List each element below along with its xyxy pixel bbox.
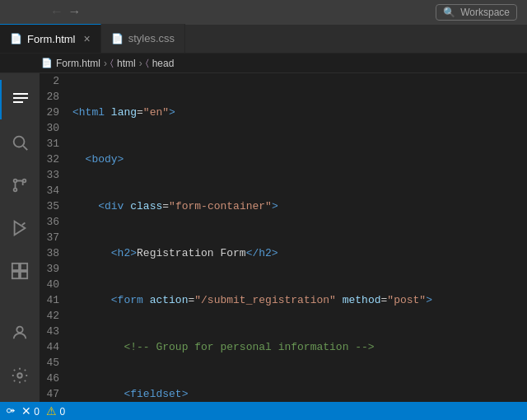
nav-buttons: ← → <box>0 3 82 21</box>
tab-styles-css[interactable]: 📄 styles.css <box>101 24 185 53</box>
warning-count: ⚠ 0 <box>46 404 65 418</box>
warning-icon: ⚠ <box>46 404 57 418</box>
tab-form-html[interactable]: 📄 Form.html × <box>0 24 101 53</box>
back-button[interactable]: ← <box>49 3 64 21</box>
status-left: ⚩ ✕ 0 ⚠ 0 <box>7 404 65 418</box>
svg-rect-1 <box>13 97 28 99</box>
svg-point-3 <box>14 137 25 147</box>
activity-account[interactable] <box>0 313 40 352</box>
activity-search[interactable] <box>0 123 40 162</box>
search-icon: 🔍 <box>443 7 455 18</box>
breadcrumb-filename: Form.html <box>56 58 100 69</box>
editor-content[interactable]: 2 28 29 30 31 32 33 34 35 36 37 38 39 40… <box>40 73 527 402</box>
activity-settings[interactable] <box>0 356 40 395</box>
svg-point-16 <box>17 373 22 378</box>
tabs-bar: 📄 Form.html × 📄 styles.css <box>0 25 527 54</box>
tab-close-button[interactable]: × <box>84 32 91 45</box>
activity-run[interactable] <box>0 208 40 248</box>
activity-explorer[interactable] <box>0 80 40 119</box>
svg-line-4 <box>23 146 27 150</box>
svg-rect-11 <box>12 264 19 270</box>
breadcrumb-html-label: html <box>117 58 136 69</box>
html-file-icon: 📄 <box>10 33 22 44</box>
breadcrumb-sep-2: › <box>139 58 142 69</box>
title-bar: ← → 🔍 Workspace <box>0 0 527 25</box>
forward-button[interactable]: → <box>68 3 82 21</box>
breadcrumb: 📄 Form.html › 〈 html › 〈 head <box>0 54 527 73</box>
main-layout: 2 28 29 30 31 32 33 34 35 36 37 38 39 40… <box>0 73 527 402</box>
svg-point-15 <box>16 327 22 333</box>
css-file-icon: 📄 <box>111 33 124 44</box>
breadcrumb-head-label: head <box>152 58 175 69</box>
svg-rect-2 <box>13 101 23 103</box>
activity-bar <box>0 73 40 402</box>
code-line-31: <form action="/submit_registration" meth… <box>72 292 511 308</box>
code-line-28: <body> <box>72 152 511 167</box>
code-line-29: <div class="form-container"> <box>72 198 511 214</box>
error-count: ✕ 0 <box>21 404 40 418</box>
error-icon: ✕ <box>21 404 31 418</box>
svg-point-7 <box>14 189 17 192</box>
breadcrumb-file[interactable]: 📄 Form.html <box>41 58 100 69</box>
breadcrumb-file-icon: 📄 <box>41 58 53 68</box>
line-numbers: 2 28 29 30 31 32 33 34 35 36 37 38 39 40… <box>40 73 72 402</box>
code-line-2: <html lang="en"> <box>72 105 511 120</box>
tab-styles-css-label: styles.css <box>128 32 175 44</box>
breadcrumb-head-tag[interactable]: 〈 head <box>146 58 175 69</box>
code-line-33: <fieldset> <box>72 386 511 402</box>
workspace-label: Workspace <box>460 7 510 18</box>
code-content[interactable]: <html lang="en"> <body> <div class="form… <box>72 73 527 402</box>
breadcrumb-html-icon: 〈 <box>110 58 114 68</box>
branch-icon: ⚩ <box>7 405 15 417</box>
activity-extensions[interactable] <box>0 251 40 291</box>
svg-rect-14 <box>21 272 27 278</box>
breadcrumb-html-tag[interactable]: 〈 html <box>110 58 136 69</box>
code-line-30: <h2>Registration Form</h2> <box>72 245 511 261</box>
activity-bottom <box>0 313 40 402</box>
status-bar: ⚩ ✕ 0 ⚠ 0 <box>0 402 527 420</box>
search-bar[interactable]: 🔍 Workspace <box>436 4 517 21</box>
svg-rect-13 <box>12 272 19 278</box>
breadcrumb-head-icon: 〈 <box>146 58 149 68</box>
breadcrumb-sep-1: › <box>104 58 107 69</box>
code-line-32: <!-- Group for personal information --> <box>72 339 511 355</box>
svg-point-5 <box>14 180 17 183</box>
tab-form-html-label: Form.html <box>27 33 76 45</box>
editor[interactable]: 2 28 29 30 31 32 33 34 35 36 37 38 39 40… <box>40 73 527 402</box>
svg-rect-12 <box>21 264 27 270</box>
activity-source-control[interactable] <box>0 166 40 205</box>
svg-line-10 <box>22 223 26 226</box>
svg-rect-0 <box>13 93 28 95</box>
